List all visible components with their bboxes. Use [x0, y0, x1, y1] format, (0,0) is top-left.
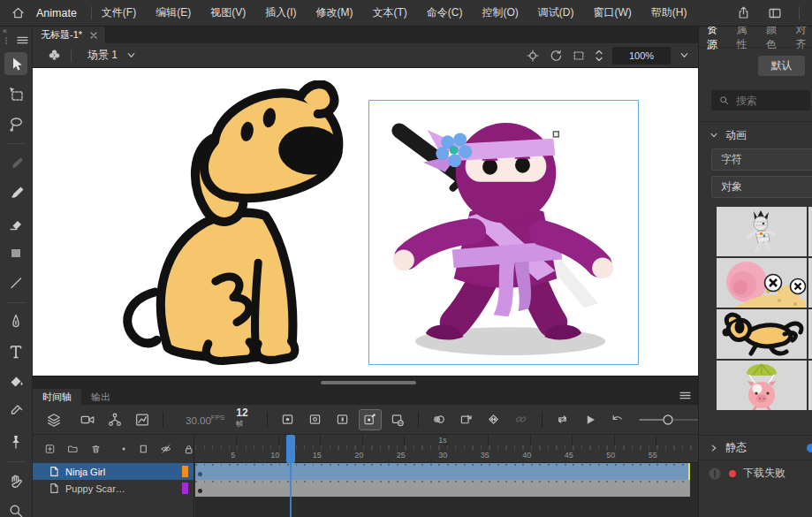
- free-transform-tool[interactable]: [4, 82, 27, 105]
- rotate-stage-icon[interactable]: [549, 49, 563, 63]
- ninja-girl-character[interactable]: [369, 101, 638, 364]
- lasso-tool[interactable]: [4, 112, 27, 135]
- zoom-dropdown-chevron-icon[interactable]: [679, 50, 689, 60]
- menu-item-edit[interactable]: 编辑(E): [146, 0, 201, 26]
- asset-thumbnail-snail[interactable]: [717, 258, 807, 308]
- panel-menu-icon[interactable]: [679, 391, 691, 400]
- layer-row-puppy-scared[interactable]: Puppy Scar…: [33, 480, 194, 497]
- stage-canvas[interactable]: [33, 68, 698, 376]
- onion-skin-button[interactable]: [429, 410, 450, 430]
- create-tween-button[interactable]: [483, 410, 505, 430]
- zoom-tool[interactable]: [4, 499, 27, 517]
- transformation-point[interactable]: [553, 132, 558, 137]
- keyframe-dot[interactable]: [198, 472, 202, 476]
- menu-item-commands[interactable]: 命令(C): [417, 0, 473, 26]
- tab-colors[interactable]: 颜色: [766, 27, 783, 52]
- asset-thumbnail-puppy[interactable]: [717, 309, 807, 359]
- clip-content-icon[interactable]: [572, 49, 586, 63]
- link-layers-button[interactable]: [511, 410, 532, 430]
- paint-bucket-tool[interactable]: [4, 370, 27, 393]
- default-button[interactable]: 默认: [758, 56, 805, 76]
- section-static[interactable]: 静态: [699, 435, 812, 460]
- tab-timeline[interactable]: 时间轴: [33, 389, 81, 405]
- rectangle-tool[interactable]: [4, 241, 27, 264]
- add-folder-icon[interactable]: [67, 442, 79, 456]
- graph-editor-button[interactable]: [132, 410, 153, 430]
- insert-frame-button[interactable]: [332, 410, 353, 430]
- hand-tool[interactable]: [4, 469, 27, 492]
- workspace-icon[interactable]: [767, 5, 783, 21]
- center-stage-icon[interactable]: [526, 49, 540, 63]
- asset-search-box[interactable]: [711, 90, 810, 110]
- tween-span-ninja-girl[interactable]: [195, 463, 690, 480]
- add-layer-icon[interactable]: [44, 442, 56, 456]
- show-parenting-button[interactable]: [104, 410, 125, 430]
- close-icon[interactable]: [90, 32, 97, 39]
- panel-menu-icon[interactable]: [17, 35, 28, 45]
- tab-align[interactable]: 对齐: [796, 27, 812, 52]
- layer-color-chip[interactable]: [182, 483, 188, 494]
- menu-item-modify[interactable]: 修改(M): [307, 0, 363, 26]
- zoom-level-field[interactable]: 100%: [612, 47, 671, 65]
- menu-item-help[interactable]: 帮助(H): [641, 0, 697, 26]
- line-tool[interactable]: [4, 271, 27, 294]
- remove-frame-button[interactable]: [387, 410, 408, 430]
- tab-output[interactable]: 输出: [81, 389, 120, 405]
- asset-thumbnail-pig[interactable]: [717, 361, 807, 410]
- search-input[interactable]: [736, 95, 798, 107]
- menu-item-debug[interactable]: 调试(D): [528, 0, 584, 26]
- text-tool[interactable]: [4, 340, 27, 363]
- selection-tool[interactable]: [4, 52, 27, 75]
- pen-tool[interactable]: [4, 310, 27, 333]
- menu-item-view[interactable]: 视图(V): [201, 0, 255, 26]
- outline-toggle-icon[interactable]: [139, 443, 148, 455]
- seconds-ruler[interactable]: 1s: [195, 435, 698, 445]
- collapse-panel-icon[interactable]: «: [0, 27, 32, 35]
- chevron-down-icon[interactable]: [126, 50, 136, 60]
- eye-hidden-icon[interactable]: [160, 442, 172, 456]
- home-icon[interactable]: [11, 5, 26, 20]
- delete-layer-icon[interactable]: [90, 442, 102, 456]
- insert-keyframe-button[interactable]: [277, 410, 299, 430]
- frame-span-puppy-scared[interactable]: [195, 480, 690, 497]
- tab-properties[interactable]: 属性: [737, 27, 754, 52]
- rewind-button[interactable]: [607, 410, 628, 430]
- layer-color-chip[interactable]: [182, 466, 188, 477]
- scene-name[interactable]: 场景 1: [87, 48, 118, 63]
- horizontal-scrollbar[interactable]: [33, 376, 698, 389]
- eraser-tool[interactable]: [4, 211, 27, 234]
- category-objects-button[interactable]: 对象: [711, 176, 812, 198]
- asset-warp-tool[interactable]: [4, 430, 27, 453]
- tab-assets[interactable]: 资源: [707, 27, 724, 52]
- edit-multiple-frames-button[interactable]: [456, 410, 477, 430]
- symbol-club-icon[interactable]: [47, 48, 62, 63]
- show-layers-button[interactable]: [43, 410, 65, 430]
- scrollbar-thumb[interactable]: [321, 381, 416, 384]
- selection-bounding-box[interactable]: [368, 100, 639, 365]
- playhead[interactable]: [286, 435, 295, 463]
- asset-thumbnail-mummy[interactable]: [717, 207, 807, 256]
- share-icon[interactable]: [736, 5, 751, 20]
- loop-playback-button[interactable]: [552, 410, 573, 430]
- fluid-brush-tool[interactable]: [4, 151, 27, 174]
- menu-item-text[interactable]: 文本(T): [363, 0, 417, 26]
- brush-tool[interactable]: [4, 181, 27, 204]
- highlight-dot-icon[interactable]: [120, 445, 127, 453]
- frame-ruler[interactable]: 5 10 15 20 25 30 35 40 45 50 55: [195, 445, 698, 463]
- frames-area[interactable]: 1s 5 10 15 20 25 30 35 40 45 50 55: [195, 435, 698, 517]
- zoom-stepper[interactable]: [595, 49, 603, 63]
- add-camera-button[interactable]: [77, 410, 98, 430]
- menu-item-file[interactable]: 文件(F): [92, 0, 146, 26]
- lock-icon[interactable]: [184, 443, 194, 456]
- insert-blank-keyframe-button[interactable]: [305, 410, 326, 430]
- current-frame[interactable]: 12 帧: [236, 407, 247, 433]
- document-tab[interactable]: 无标题-1*: [33, 27, 106, 43]
- section-animated[interactable]: 动画: [699, 122, 812, 148]
- play-button[interactable]: [580, 410, 601, 430]
- eyedropper-tool[interactable]: [4, 400, 27, 423]
- category-characters-button[interactable]: 字符: [711, 148, 812, 171]
- keyframe-dot[interactable]: [198, 489, 202, 493]
- menu-item-control[interactable]: 控制(O): [473, 0, 528, 26]
- menu-item-insert[interactable]: 插入(I): [255, 0, 306, 26]
- timeline-zoom-slider[interactable]: [638, 414, 705, 426]
